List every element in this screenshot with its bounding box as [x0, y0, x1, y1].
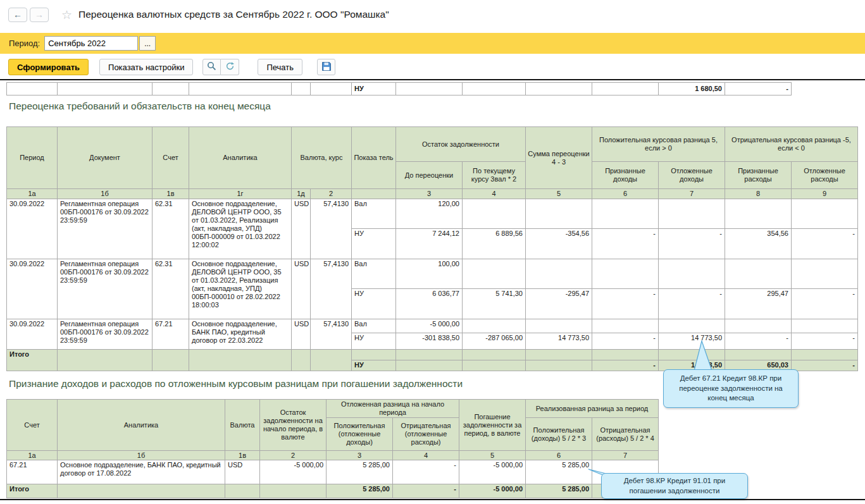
col-header-recognized-income: Признанные доходы [592, 162, 659, 189]
section2-title: Признание доходов и расходов по отложенн… [9, 378, 463, 390]
cell [58, 83, 152, 95]
cell: - [592, 289, 659, 319]
section1-title: Переоценка требований и обязательств на … [9, 101, 271, 112]
cell [396, 350, 463, 360]
forward-button[interactable]: → [30, 8, 49, 22]
col-number: 5 [526, 189, 592, 199]
cell [463, 83, 526, 95]
col-group-realized-diff: Реализованная разница за период [526, 400, 659, 418]
cell-currency: USD [292, 319, 311, 350]
cell [189, 83, 292, 95]
cell [189, 350, 292, 371]
col-header-analytics: Аналитика [189, 127, 292, 189]
cell: 5 285,00 [327, 484, 393, 498]
cell-analytics: Основное подразделение, БАНК ПАО, кредит… [58, 460, 225, 484]
cell-analytics: Основное подразделение, ДЕЛОВОЙ ЦЕНТР ОО… [189, 199, 292, 259]
col-number: 4 [463, 189, 526, 199]
col-header-deferred-income: Отложенные доходы [659, 162, 725, 189]
col-header-deferred-positive: Положительная (отложенные доходы) [327, 418, 393, 451]
cell [592, 83, 659, 95]
cell-document: Регламентная операция 00БП-000176 от 30.… [58, 319, 152, 350]
cell-rate: 57,4130 [311, 319, 352, 350]
cell: -301 838,50 [396, 333, 463, 350]
col-group-positive-diff: Положительная курсовая разница 5, если >… [592, 127, 725, 162]
save-button[interactable] [317, 59, 335, 75]
cell: 295,47 [725, 289, 792, 319]
cell [152, 350, 189, 371]
cell [592, 319, 659, 333]
show-settings-button[interactable]: Показать настройки [99, 59, 193, 75]
col-group-deferred-diff: Отложенная разница на начало периода [327, 400, 459, 418]
back-button[interactable]: ← [8, 8, 27, 22]
cell-indicator: НУ [352, 289, 396, 319]
cell-deferred-income: 1 680,50 [659, 83, 725, 95]
cell [792, 199, 858, 229]
cell-account: 62.31 [152, 259, 189, 319]
cell: -295,47 [526, 289, 592, 319]
cell: - [659, 289, 725, 319]
table-row: 67.21 Основное подразделение, БАНК ПАО, … [7, 460, 659, 484]
cell: - [792, 360, 858, 371]
cell [7, 83, 58, 95]
refresh-icon [225, 61, 235, 73]
cell-currency: USD [292, 199, 311, 259]
search-button[interactable] [202, 59, 221, 75]
cell [58, 350, 152, 371]
callout-text: Дебет 67.21 Кредит 98.КР при переоценке … [679, 374, 783, 402]
generate-button[interactable]: Сформировать [8, 59, 89, 75]
cell-currency: USD [225, 460, 260, 484]
period-label: Период: [9, 39, 40, 48]
cell-document: Регламентная операция 00БП-000176 от 30.… [58, 199, 152, 259]
cell: 14 773,50 [526, 333, 592, 350]
cell-period: 30.09.2022 [7, 319, 58, 350]
cell: -5 000,00 [459, 484, 526, 498]
col-number: 6 [526, 451, 592, 460]
cell: - [592, 229, 659, 259]
report-bottom-divider [0, 499, 865, 500]
col-header-analytics: Аналитика [58, 400, 225, 451]
col-number: 3 [327, 451, 393, 460]
cell: -5 000,00 [396, 319, 463, 333]
cell [725, 259, 792, 289]
col-header-deferred-expense: Отложенные расходы [792, 162, 858, 189]
period-choose-button[interactable]: ... [139, 36, 156, 51]
cell: - [659, 229, 725, 259]
refresh-button[interactable] [221, 59, 239, 75]
col-number: 2 [260, 451, 327, 460]
cell-total-label: Итого [7, 350, 58, 371]
col-number: 8 [725, 189, 792, 199]
cell: - [592, 333, 659, 350]
cell [311, 350, 352, 371]
cell-document: Регламентная операция 00БП-000176 от 30.… [58, 259, 152, 319]
cell [292, 350, 311, 371]
col-number: 1в [225, 451, 260, 460]
cell-indicator: Вал [352, 199, 396, 229]
cell-indicator: НУ [352, 333, 396, 350]
cell [592, 350, 659, 360]
table-row: 30.09.2022 Регламентная операция 00БП-00… [7, 199, 858, 229]
total-row: Итого [7, 350, 858, 360]
period-input[interactable] [44, 36, 138, 51]
favorite-star-icon[interactable]: ☆ [61, 8, 72, 22]
cell: - [393, 484, 459, 498]
col-header-recognized-expense: Признанные расходы [725, 162, 792, 189]
cell-account: 67.21 [152, 319, 189, 350]
header-row: Счет Аналитика Валюта Остаток задолженно… [7, 400, 659, 418]
save-icon [321, 61, 332, 73]
col-number: 7 [659, 189, 725, 199]
cell [792, 259, 858, 289]
report-top-divider [0, 79, 865, 80]
cell: 5 285,00 [327, 460, 393, 484]
cell: -287 065,00 [463, 333, 526, 350]
cell: - [393, 460, 459, 484]
cell-recognized-expense: - [725, 83, 792, 95]
cell: - [725, 333, 792, 350]
col-header-deferred-negative: Отрицательная (отложенные расходы) [393, 418, 459, 451]
column-numbers-row: 1а 1б 1в 1г 1д 2 3 4 5 6 7 8 9 [7, 189, 858, 199]
cell [659, 319, 725, 333]
cell: - [792, 229, 858, 259]
cell: -5 000,00 [459, 460, 526, 484]
cell: - [792, 333, 858, 350]
print-button[interactable]: Печать [258, 59, 302, 75]
cell [792, 350, 858, 360]
